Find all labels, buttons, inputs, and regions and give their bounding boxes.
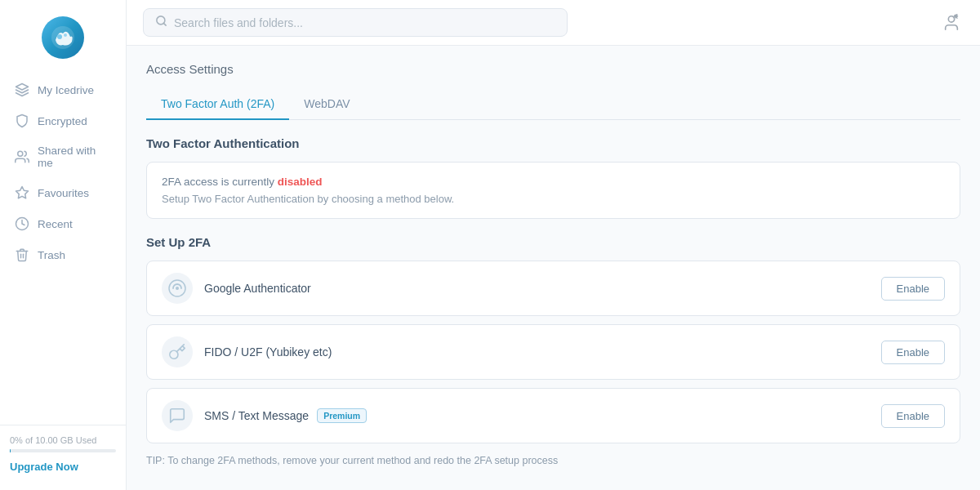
tab-webdav[interactable]: WebDAV bbox=[289, 89, 364, 120]
main-content: Access Settings Two Factor Auth (2FA) We… bbox=[127, 0, 980, 490]
storage-bar-fill bbox=[10, 449, 11, 452]
page-title: Access Settings bbox=[146, 62, 960, 76]
tip-text: TIP: To change 2FA methods, remove your … bbox=[146, 455, 960, 466]
sidebar-item-my-icedrive[interactable]: My Icedrive bbox=[7, 75, 119, 105]
sidebar-footer: 0% of 10.00 GB Used Upgrade Now bbox=[0, 425, 126, 480]
sidebar-item-label: Favourites bbox=[38, 187, 89, 199]
app-header bbox=[127, 0, 980, 46]
svg-line-8 bbox=[163, 23, 166, 25]
svg-point-2 bbox=[64, 33, 67, 37]
info-status: 2FA access is currently disabled bbox=[162, 176, 945, 188]
premium-badge: Premium bbox=[317, 408, 367, 423]
search-icon bbox=[155, 15, 167, 30]
google-auth-name: Google Authenticator bbox=[204, 282, 870, 295]
setup-instruction: Setup Two Factor Authentication by choos… bbox=[162, 193, 945, 205]
storage-bar bbox=[10, 449, 116, 452]
method-card-fido: FIDO / U2F (Yubikey etc) Enable bbox=[146, 324, 960, 380]
shield-icon bbox=[15, 114, 29, 128]
sidebar-item-trash[interactable]: Trash bbox=[7, 240, 119, 270]
sms-icon bbox=[162, 400, 193, 431]
page-content: Access Settings Two Factor Auth (2FA) We… bbox=[127, 46, 980, 490]
header-icons bbox=[939, 11, 964, 35]
sidebar-item-favourites[interactable]: Favourites bbox=[7, 178, 119, 207]
fido-icon bbox=[162, 336, 193, 368]
sidebar-item-shared[interactable]: Shared with me bbox=[7, 137, 119, 176]
tabs-container: Two Factor Auth (2FA) WebDAV bbox=[146, 89, 960, 120]
sms-name: SMS / Text Message Premium bbox=[204, 408, 870, 423]
svg-point-4 bbox=[18, 151, 23, 156]
svg-marker-5 bbox=[16, 187, 29, 198]
sidebar-item-label: Recent bbox=[38, 218, 73, 230]
method-card-google: Google Authenticator Enable bbox=[146, 261, 960, 316]
enable-fido-button[interactable]: Enable bbox=[881, 341, 945, 364]
clock-icon bbox=[15, 216, 29, 231]
star-icon bbox=[15, 185, 29, 200]
info-box: 2FA access is currently disabled Setup T… bbox=[146, 162, 960, 219]
search-bar[interactable] bbox=[143, 8, 568, 37]
sidebar-item-label: Shared with me bbox=[38, 145, 111, 169]
google-auth-icon bbox=[162, 273, 193, 304]
storage-label: 0% of 10.00 GB Used bbox=[10, 435, 116, 445]
search-input[interactable] bbox=[174, 16, 555, 29]
enable-sms-button[interactable]: Enable bbox=[881, 404, 945, 428]
logo-area bbox=[0, 10, 126, 75]
status-prefix: 2FA access is currently bbox=[162, 176, 278, 188]
svg-point-9 bbox=[948, 16, 954, 21]
sidebar-nav: My Icedrive Encrypted Shared with me bbox=[0, 75, 126, 425]
enable-google-auth-button[interactable]: Enable bbox=[881, 277, 945, 301]
status-value: disabled bbox=[278, 176, 323, 188]
app-logo bbox=[42, 16, 84, 59]
sidebar-item-label: My Icedrive bbox=[38, 84, 94, 96]
layers-icon bbox=[15, 82, 29, 97]
sidebar: My Icedrive Encrypted Shared with me bbox=[0, 0, 127, 490]
trash-icon bbox=[15, 247, 29, 262]
method-card-sms: SMS / Text Message Premium Enable bbox=[146, 388, 960, 443]
fido-name: FIDO / U2F (Yubikey etc) bbox=[204, 345, 870, 359]
user-settings-icon[interactable] bbox=[939, 11, 964, 35]
svg-marker-3 bbox=[16, 84, 29, 91]
svg-point-1 bbox=[57, 34, 62, 39]
sidebar-item-label: Encrypted bbox=[38, 115, 87, 127]
users-icon bbox=[15, 149, 29, 164]
setup-section-title: Set Up 2FA bbox=[146, 235, 960, 249]
sidebar-item-encrypted[interactable]: Encrypted bbox=[7, 106, 119, 136]
svg-point-12 bbox=[176, 287, 179, 290]
sidebar-item-recent[interactable]: Recent bbox=[7, 209, 119, 238]
section-title: Two Factor Authentication bbox=[146, 136, 960, 150]
upgrade-link[interactable]: Upgrade Now bbox=[10, 461, 78, 473]
tab-2fa[interactable]: Two Factor Auth (2FA) bbox=[146, 89, 289, 120]
sidebar-item-label: Trash bbox=[38, 249, 65, 261]
